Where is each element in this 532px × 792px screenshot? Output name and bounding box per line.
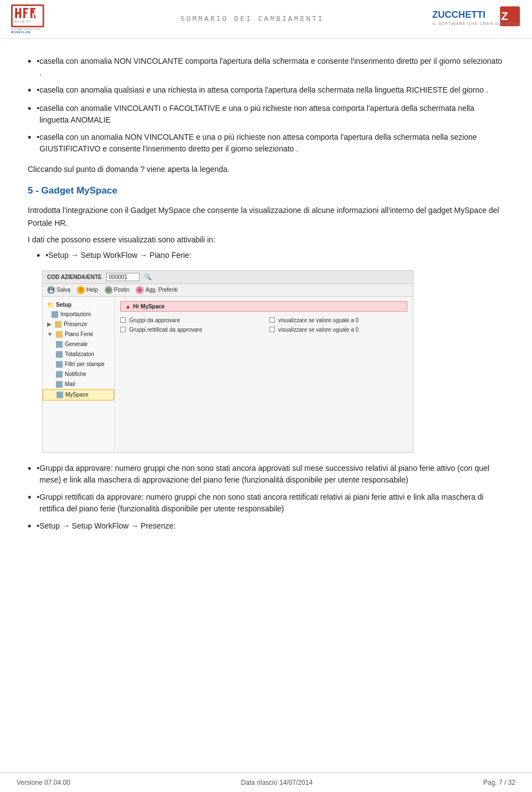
svg-rect-7: [23, 12, 27, 14]
sc-main-panel: ▲ Hr MySpace Gruppi da approvare visuali…: [115, 297, 413, 452]
sc-sidebar-totalizzatori-label: Totalizzatori: [65, 351, 94, 357]
svg-rect-4: [19, 8, 22, 18]
sc-sidebar-setup-label: Setup: [56, 302, 71, 308]
sc-field-value[interactable]: 000001: [106, 273, 140, 281]
svg-text:ZUCCHETTI: ZUCCHETTI: [432, 9, 485, 20]
item-icon: [56, 371, 63, 378]
sc-checkbox-vis2[interactable]: [269, 327, 275, 332]
sc-body: 📁 Setup Importazioni ▶ Presenze ▼ Piano …: [43, 297, 413, 452]
sc-toolbar-postin[interactable]: ✉ Postin: [105, 286, 130, 294]
bullet-list-2: • Gruppi da approvare: numero gruppi che…: [28, 463, 504, 533]
svg-text:GLOBAL SOLUTION: GLOBAL SOLUTION: [11, 28, 40, 31]
list-item: • Setup → Setup WorkFlow → Piano Ferie:: [37, 250, 504, 262]
sc-save-label: Salva: [57, 287, 70, 293]
sc-toolbar-help[interactable]: ? Help: [77, 286, 98, 294]
sc-sidebar-setup-group[interactable]: 📁 Setup: [43, 300, 114, 309]
svg-text:Z: Z: [501, 9, 508, 22]
sc-form-grid: Gruppi da approvare visualizzare se valo…: [120, 317, 407, 333]
section-intro: Introdotta l'integrazione con il Gadget …: [28, 204, 504, 229]
svg-text:IL SOFTWARE CHE CREA SUCCESSO: IL SOFTWARE CHE CREA SUCCESSO: [432, 21, 521, 26]
sc-gruppi-label: Gruppi da approvare: [129, 317, 180, 323]
sc-toolbar-save[interactable]: 💾 Salva: [47, 286, 70, 294]
sc-form-row-1-right: visualizzare se valore uguale a 0: [269, 317, 407, 323]
sc-checkbox-gruppi[interactable]: [120, 317, 126, 323]
footer-page: Pag. 7 / 32: [483, 779, 515, 786]
sc-sidebar-generale[interactable]: Generale: [43, 339, 114, 349]
folder-icon: 📁: [47, 302, 54, 308]
sc-fav-label: Agg. Preferiti: [145, 287, 177, 293]
header-title: SOMMARIO DEI CAMBIAMENTI: [72, 15, 432, 23]
sc-sidebar-myspace-label: MySpace: [65, 392, 89, 398]
section-number: 5: [28, 185, 33, 196]
help-icon: ?: [77, 286, 85, 294]
item-icon: [56, 341, 63, 348]
sc-sidebar-piano-ferie[interactable]: ▼ Piano Ferie: [43, 329, 114, 339]
logo-hfr-area: INFINITY GLOBAL SOLUTION WORKFLOW: [11, 4, 72, 34]
item-icon: [56, 381, 63, 388]
sc-sidebar-mail-label: Mail: [65, 381, 75, 387]
footer-date: Data rilascio 14/07/2014: [241, 779, 313, 786]
list-item: • Gruppi rettificati da approvare: numer…: [28, 491, 504, 515]
item-icon: [56, 361, 63, 368]
save-icon: 💾: [47, 286, 55, 294]
list-item: • casella con anomalia NON VINCOLANTE co…: [28, 55, 504, 79]
post-icon: ✉: [105, 286, 112, 294]
sc-gruppi-rett-label: Gruppi rettificati da approvare: [129, 327, 202, 333]
hfr-logo: INFINITY GLOBAL SOLUTION WORKFLOW: [11, 4, 72, 34]
main-content: • casella con anomalia NON VINCOLANTE co…: [0, 39, 532, 575]
list-item: • Gruppi da approvare: numero gruppi che…: [28, 463, 504, 486]
setup-path-list: • Setup → Setup WorkFlow → Piano Ferie:: [37, 250, 504, 262]
sc-toolbar-fav[interactable]: ★ Agg. Preferiti: [136, 286, 177, 294]
sc-sidebar-filtri-label: Filtri per stampe: [65, 361, 105, 367]
sc-sidebar-notifiche[interactable]: Notifiche: [43, 369, 114, 379]
sc-search-icon[interactable]: 🔍: [144, 273, 152, 281]
fav-icon: ★: [136, 286, 144, 294]
sc-checkbox-gruppi-rett[interactable]: [120, 327, 126, 332]
sc-sidebar-totalizzatori[interactable]: Totalizzatori: [43, 349, 114, 359]
sc-form-row-2-left: Gruppi rettificati da approvare: [120, 327, 258, 333]
item-icon: [57, 392, 63, 398]
sc-sidebar-filtri[interactable]: Filtri per stampe: [43, 359, 114, 369]
sc-sidebar-importazioni-label: Importazioni: [60, 311, 90, 317]
domanda-text: Cliccando sul punto di domanda ? viene a…: [28, 164, 504, 175]
sc-vis2-label: visualizzare se valore uguale a 0: [278, 327, 359, 333]
sc-sidebar-importazioni[interactable]: Importazioni: [43, 309, 114, 319]
svg-text:WORKFLOW: WORKFLOW: [11, 31, 30, 34]
list-item: • casella con anomalia qualsiasi e una r…: [28, 84, 504, 97]
folder-icon: [56, 331, 63, 338]
page-header: INFINITY GLOBAL SOLUTION WORKFLOW SOMMAR…: [0, 0, 532, 39]
sc-sidebar: 📁 Setup Importazioni ▶ Presenze ▼ Piano …: [43, 297, 115, 452]
sc-field-label: COD AZIENDA/ENTE: [47, 274, 102, 280]
bullet-list-1: • casella con anomalia NON VINCOLANTE co…: [28, 55, 504, 155]
sc-sidebar-notifiche-label: Notifiche: [65, 371, 86, 377]
sc-vis1-label: visualizzare se valore uguale a 0: [278, 317, 359, 323]
item-icon: [52, 311, 58, 318]
svg-text:INFINITY: INFINITY: [13, 21, 32, 23]
svg-rect-6: [23, 8, 28, 9]
sc-checkbox-vis1[interactable]: [269, 317, 275, 323]
sc-sidebar-presenze[interactable]: ▶ Presenze: [43, 319, 114, 329]
section-title-link[interactable]: Gadget MySpace: [42, 185, 117, 196]
arrow-icon: ▶: [47, 321, 52, 327]
svg-rect-11: [30, 12, 34, 13]
sc-top-bar: COD AZIENDA/ENTE 000001 🔍: [43, 271, 413, 284]
sc-sidebar-mail[interactable]: Mail: [43, 379, 114, 389]
svg-rect-9: [30, 8, 35, 9]
sc-toolbar: 💾 Salva ? Help ✉ Postin ★ Agg. Preferiti: [43, 284, 413, 297]
sc-help-label: Help: [86, 287, 98, 293]
sc-sidebar-myspace[interactable]: MySpace: [43, 389, 114, 400]
list-item: • casella con un anomalia NON VINCOLANTE…: [28, 131, 504, 155]
list-item: • Setup → Setup WorkFlow → Presenze:: [28, 520, 504, 533]
section-heading: 5 - Gadget MySpace: [28, 185, 504, 196]
sc-postin-label: Postin: [114, 287, 130, 293]
sc-sidebar-generale-label: Generale: [65, 341, 88, 347]
sc-form-row-1-left: Gruppi da approvare: [120, 317, 258, 323]
sc-sidebar-presenze-label: Presenze: [64, 321, 87, 327]
hr-icon: ▲: [125, 303, 131, 309]
zucchetti-logo: Z ZUCCHETTI IL SOFTWARE CHE CREA SUCCESS…: [432, 6, 521, 33]
folder-icon: [55, 321, 62, 328]
page-footer: Versione 07.04.00 Data rilascio 14/07/20…: [0, 773, 532, 792]
footer-version: Versione 07.04.00: [17, 779, 70, 786]
section-para: I dati che possono essere visualizzati s…: [28, 233, 504, 246]
item-icon: [56, 351, 63, 358]
